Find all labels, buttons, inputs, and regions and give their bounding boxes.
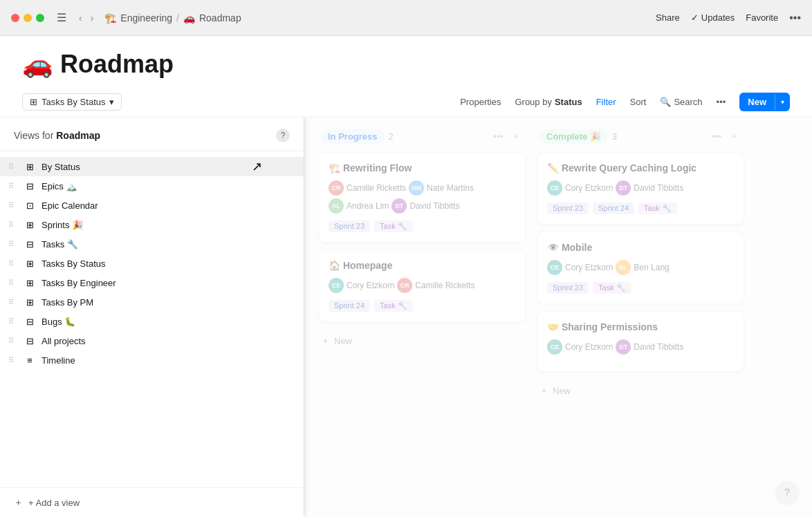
- hamburger-button[interactable]: ☰: [53, 10, 71, 26]
- page-emoji: 🚗: [183, 12, 195, 24]
- view-type-icon: ⊞: [24, 162, 36, 172]
- view-type-icon: ⊞: [24, 297, 36, 308]
- view-type-icon: ⊞: [24, 278, 36, 288]
- view-name: Sprints 🎉: [41, 220, 274, 230]
- view-name: By Status: [41, 162, 274, 172]
- checkmark-icon: ✓: [691, 12, 699, 23]
- view-item-tasks-by-pm[interactable]: ⠿ ⊞ Tasks By PM •••: [0, 292, 304, 312]
- group-by-label: Group by: [515, 97, 551, 107]
- view-item-tasks-[interactable]: ⠿ ⊟ Tasks 🔧 •••: [0, 234, 304, 254]
- views-list: ⠿ ⊞ By Status ↗ ••• ⠿ ⊟ Epics 🏔️ ••• ⠿ ⊡…: [0, 151, 304, 487]
- chevron-down-icon: ▾: [109, 97, 114, 107]
- view-item-epic-calendar[interactable]: ⠿ ⊡ Epic Calendar •••: [0, 196, 304, 215]
- traffic-lights: [11, 14, 44, 22]
- drag-handle: ⠿: [8, 317, 18, 326]
- view-type-icon: ⊞: [24, 220, 36, 230]
- new-dropdown-button[interactable]: ▾: [775, 94, 790, 110]
- view-name: Bugs 🐛: [41, 317, 274, 327]
- page-header: 🚗 Roadmap: [0, 36, 812, 87]
- properties-button[interactable]: Properties: [454, 94, 506, 110]
- sort-button[interactable]: Sort: [625, 94, 652, 110]
- close-traffic-light[interactable]: [11, 14, 19, 22]
- view-type-icon: ⊞: [24, 258, 36, 269]
- drag-handle: ⠿: [8, 279, 18, 288]
- view-type-icon: ⊟: [24, 336, 36, 346]
- favorite-button[interactable]: Favorite: [746, 12, 778, 23]
- view-name: Epic Calendar: [41, 200, 274, 211]
- drag-handle: ⠿: [8, 240, 18, 249]
- minimize-traffic-light[interactable]: [24, 14, 32, 22]
- search-button[interactable]: 🔍 Search: [654, 94, 708, 110]
- main-content: 🚗 Roadmap ⊞ Tasks By Status ▾ Properties…: [0, 36, 812, 517]
- forward-button[interactable]: ›: [88, 11, 97, 25]
- search-icon: 🔍: [660, 97, 671, 107]
- share-button[interactable]: Share: [656, 12, 680, 23]
- view-name: Epics 🏔️: [41, 181, 274, 191]
- updates-button[interactable]: ✓ Updates: [691, 12, 735, 23]
- toolbar-more-button[interactable]: •••: [711, 94, 732, 110]
- drag-handle: ⠿: [8, 162, 18, 171]
- view-type-icon: ⊡: [24, 200, 36, 211]
- view-type-icon: ⊟: [24, 317, 36, 327]
- toolbar: ⊞ Tasks By Status ▾ Properties Group by …: [0, 87, 812, 118]
- view-item-sprints-[interactable]: ⠿ ⊞ Sprints 🎉 •••: [0, 215, 304, 234]
- new-main-button[interactable]: New: [739, 93, 775, 111]
- board-backdrop: [304, 118, 812, 517]
- view-name: All projects: [41, 336, 274, 346]
- nav-arrows: ‹ ›: [76, 11, 96, 25]
- breadcrumb-page[interactable]: Roadmap: [199, 12, 241, 24]
- breadcrumb: 🏗️ Engineering / 🚗 Roadmap: [104, 12, 656, 24]
- board-area: Views for Roadmap ? ⠿ ⊞ By Status ↗ ••• …: [0, 118, 812, 517]
- drag-handle: ⠿: [8, 182, 18, 191]
- view-name: Tasks 🔧: [41, 239, 274, 250]
- drag-handle: ⠿: [8, 356, 18, 365]
- plus-icon: ＋: [14, 496, 23, 509]
- views-dropdown: Views for Roadmap ? ⠿ ⊞ By Status ↗ ••• …: [0, 118, 304, 517]
- dropdown-help-button[interactable]: ?: [276, 129, 290, 142]
- view-item-tasks-by-engineer[interactable]: ⠿ ⊞ Tasks By Engineer •••: [0, 273, 304, 292]
- breadcrumb-separator: /: [176, 12, 179, 24]
- more-options-button[interactable]: •••: [789, 12, 801, 24]
- titlebar-actions: Share ✓ Updates Favorite •••: [656, 12, 801, 24]
- add-view-label: + Add a view: [28, 498, 80, 508]
- dropdown-title: Views for Roadmap: [14, 130, 100, 141]
- view-type-icon: ⊟: [24, 181, 36, 191]
- view-item-tasks-by-status[interactable]: ⠿ ⊞ Tasks By Status •••: [0, 254, 304, 273]
- drag-handle: ⠿: [8, 259, 18, 268]
- view-selector-label: Tasks By Status: [41, 97, 105, 107]
- filter-button[interactable]: Filter: [591, 94, 622, 110]
- view-item-by-status[interactable]: ⠿ ⊞ By Status ↗ •••: [0, 157, 304, 176]
- new-button-group: New ▾: [739, 93, 790, 111]
- view-item-bugs-[interactable]: ⠿ ⊟ Bugs 🐛 •••: [0, 312, 304, 331]
- view-name: Timeline: [41, 355, 274, 366]
- group-by-button[interactable]: Group by Status: [509, 94, 587, 110]
- back-button[interactable]: ‹: [76, 11, 85, 25]
- view-name: Tasks By PM: [41, 297, 274, 308]
- fullscreen-traffic-light[interactable]: [36, 14, 44, 22]
- workspace-emoji: 🏗️: [104, 12, 116, 24]
- group-by-value: Status: [555, 97, 582, 107]
- drag-handle: ⠿: [8, 201, 18, 210]
- view-name: Tasks By Status: [41, 258, 274, 269]
- view-selector[interactable]: ⊞ Tasks By Status ▾: [22, 93, 122, 111]
- drag-handle: ⠿: [8, 220, 18, 229]
- view-item-timeline[interactable]: ⠿ ≡ Timeline •••: [0, 350, 304, 370]
- add-view-button[interactable]: ＋ + Add a view: [0, 487, 304, 517]
- view-type-icon: ⊟: [24, 239, 36, 250]
- titlebar: ☰ ‹ › 🏗️ Engineering / 🚗 Roadmap Share ✓…: [0, 0, 812, 36]
- view-name: Tasks By Engineer: [41, 278, 274, 288]
- page-title: 🚗 Roadmap: [22, 50, 790, 79]
- view-type-icon: ≡: [24, 355, 36, 366]
- view-selector-icon: ⊞: [30, 97, 37, 107]
- dropdown-header: Views for Roadmap ?: [0, 118, 304, 151]
- drag-handle: ⠿: [8, 337, 18, 346]
- view-item-all-projects[interactable]: ⠿ ⊟ All projects •••: [0, 331, 304, 350]
- breadcrumb-workspace[interactable]: Engineering: [120, 12, 172, 24]
- view-item-epics-[interactable]: ⠿ ⊟ Epics 🏔️ •••: [0, 176, 304, 196]
- drag-handle: ⠿: [8, 298, 18, 307]
- toolbar-actions: Properties Group by Status Filter Sort 🔍…: [454, 93, 790, 111]
